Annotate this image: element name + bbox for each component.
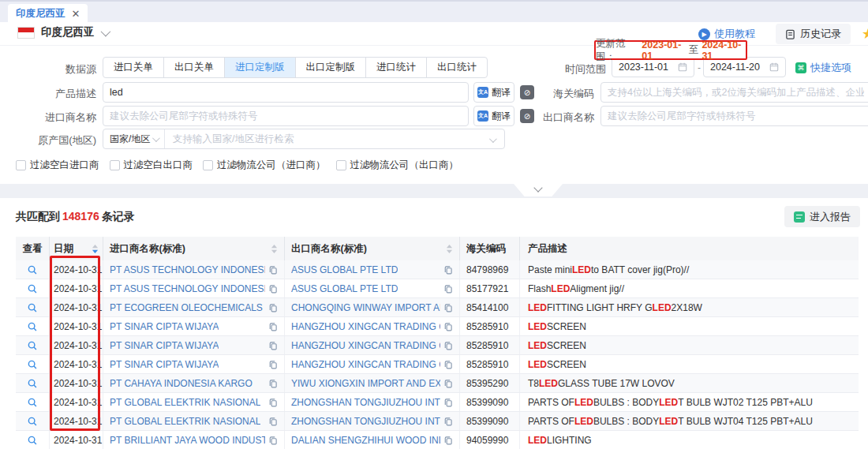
checkbox-icon[interactable]	[336, 160, 346, 170]
quick-options-link[interactable]: ⌘ 快捷选项	[795, 61, 851, 75]
filter-checkbox[interactable]: 过滤空白出口商	[110, 159, 193, 172]
copy-icon[interactable]	[268, 322, 278, 331]
importer-link[interactable]: PT SINAR CIPTA WIJAYA	[110, 359, 219, 370]
exporter-link[interactable]: ZHONGSHAN TONGJIUZHOU INTERNA...	[291, 397, 440, 408]
view-detail-icon[interactable]	[27, 340, 38, 351]
data-source-tab[interactable]: 进口统计	[365, 57, 427, 78]
copy-icon[interactable]	[268, 417, 278, 426]
copy-icon[interactable]	[443, 417, 453, 426]
exporter-link[interactable]: CHONGQING WINWAY IMPORT AND E...	[291, 302, 440, 313]
column-header[interactable]: 日期	[50, 237, 103, 260]
copy-icon[interactable]	[443, 303, 453, 312]
checkbox-icon[interactable]	[110, 160, 120, 170]
copy-icon[interactable]	[268, 265, 278, 275]
importer-link[interactable]: PT ASUS TECHNOLOGY INDONESIA BA...	[110, 283, 265, 294]
highlighted-keyword: LED	[539, 378, 558, 389]
copy-icon[interactable]	[268, 303, 278, 312]
exporter-link[interactable]: ZHONGSHAN TONGJIUZHOU INTERNA...	[291, 416, 440, 427]
copy-icon[interactable]	[443, 360, 453, 369]
sort-icon[interactable]	[446, 244, 453, 254]
view-detail-icon[interactable]	[27, 264, 38, 275]
exporter-link[interactable]: DALIAN SHENGZHIHUI WOOD INDUST...	[291, 435, 440, 446]
history-label: 历史记录	[800, 27, 841, 41]
view-detail-icon[interactable]	[27, 359, 38, 370]
highlighted-keyword: LED	[551, 283, 570, 294]
copy-icon[interactable]	[268, 341, 278, 350]
enter-report-button[interactable]: 进入报告	[784, 206, 860, 227]
column-header[interactable]: 出口商名称(标准)	[285, 237, 460, 260]
copy-icon[interactable]	[268, 284, 278, 294]
filter-checkbox[interactable]: 过滤物流公司（出口商）	[336, 159, 459, 172]
copy-icon[interactable]	[443, 284, 453, 294]
sort-icon[interactable]	[92, 244, 99, 254]
product-desc-cell: Flash LED Aligment jig//	[520, 279, 859, 297]
star-icon[interactable]: ★	[862, 25, 868, 43]
copy-icon[interactable]	[443, 322, 453, 331]
copy-icon[interactable]	[268, 360, 278, 369]
desc-text: SCREEN	[547, 321, 586, 332]
translate-button[interactable]: 文A 翻译	[473, 106, 514, 126]
copy-icon[interactable]	[443, 398, 453, 407]
history-button[interactable]: 历史记录	[776, 24, 851, 44]
exporter-link[interactable]: YIWU XIONGXIN IMPORT AND EXPORT...	[291, 378, 440, 389]
checkbox-label: 过滤物流公司（进口商）	[217, 159, 326, 172]
view-detail-icon[interactable]	[27, 378, 38, 389]
exporter-link[interactable]: HANGZHOU XINGCAN TRADING CO LTD	[291, 321, 440, 332]
importer-name-input[interactable]	[103, 106, 469, 126]
highlighted-keyword: LED	[528, 302, 547, 313]
column-header[interactable]: 进口商名称(标准)	[103, 237, 285, 260]
sort-icon[interactable]	[271, 244, 278, 254]
view-detail-icon[interactable]	[27, 416, 38, 427]
translate-button[interactable]: 文A 翻译	[473, 82, 514, 103]
copy-icon[interactable]	[268, 398, 278, 407]
copy-icon[interactable]	[268, 379, 278, 388]
update-range-to: 至	[689, 43, 699, 57]
exporter-link[interactable]: HANGZHOU XINGCAN TRADING CO LTD	[291, 359, 440, 370]
exporter-link[interactable]: ASUS GLOBAL PTE LTD	[291, 264, 398, 275]
view-cell	[16, 431, 50, 449]
view-detail-icon[interactable]	[27, 302, 38, 313]
exporter-link[interactable]: ASUS GLOBAL PTE LTD	[291, 283, 398, 294]
copy-icon[interactable]	[443, 341, 453, 350]
data-source-tab[interactable]: 出口定制版	[295, 57, 367, 78]
importer-link[interactable]: PT GLOBAL ELEKTRIK NASIONAL	[110, 397, 260, 408]
product-desc-input[interactable]	[103, 82, 469, 103]
importer-link[interactable]: PT SINAR CIPTA WIJAYA	[110, 321, 219, 332]
importer-link[interactable]: PT BRILLIANT JAYA WOOD INDUSTRY	[110, 435, 265, 446]
hs-code-cell: 85177921	[460, 279, 520, 297]
data-source-tab[interactable]: 进口定制版	[224, 57, 296, 78]
data-source-tab[interactable]: 出口关单	[163, 57, 225, 78]
hs-code-input[interactable]	[600, 82, 868, 103]
importer-link[interactable]: PT ECOGREEN OLEOCHEMICALS	[110, 302, 263, 313]
copy-icon[interactable]	[443, 265, 453, 275]
importer-link[interactable]: PT SINAR CIPTA WIJAYA	[110, 340, 219, 351]
importer-link[interactable]: PT ASUS TECHNOLOGY INDONESIA BA...	[110, 264, 265, 275]
view-detail-icon[interactable]	[27, 435, 38, 446]
view-detail-icon[interactable]	[27, 321, 38, 332]
data-source-tab[interactable]: 进口关单	[103, 57, 164, 78]
column-header-label: 海关编码	[466, 242, 506, 256]
copy-icon[interactable]	[443, 379, 453, 388]
filter-checkbox[interactable]: 过滤空白进口商	[16, 159, 99, 172]
view-detail-icon[interactable]	[27, 283, 38, 294]
close-icon[interactable]: ✕	[72, 9, 80, 19]
view-detail-icon[interactable]	[27, 397, 38, 408]
origin-type-select[interactable]: 国家/地区	[103, 129, 165, 148]
checkbox-icon[interactable]	[203, 160, 213, 170]
calendar-icon	[678, 62, 687, 72]
exporter-name-input[interactable]	[600, 106, 868, 126]
copy-icon[interactable]	[268, 436, 278, 445]
data-source-tab[interactable]: 出口统计	[426, 57, 488, 78]
exporter-link[interactable]: HANGZHOU XINGCAN TRADING CO LTD	[291, 340, 440, 351]
importer-link[interactable]: PT CAHAYA INDONESIA KARGO	[110, 378, 253, 389]
country-selector[interactable]: 印度尼西亚	[17, 25, 108, 39]
copy-icon[interactable]	[443, 436, 453, 445]
importer-link[interactable]: PT GLOBAL ELEKTRIK NASIONAL	[110, 416, 260, 427]
filter-checkbox[interactable]: 过滤物流公司（进口商）	[203, 159, 326, 172]
checkbox-icon[interactable]	[16, 160, 26, 170]
tab-indonesia[interactable]: 印度尼西亚 ✕	[8, 4, 88, 24]
exporter-cell: YIWU XIONGXIN IMPORT AND EXPORT...	[285, 374, 460, 392]
chevron-down-icon[interactable]	[489, 132, 504, 146]
product-desc-cell: LED SCREEN	[520, 355, 859, 373]
origin-search-input[interactable]: 支持输入国家/地区进行检索	[165, 133, 489, 146]
